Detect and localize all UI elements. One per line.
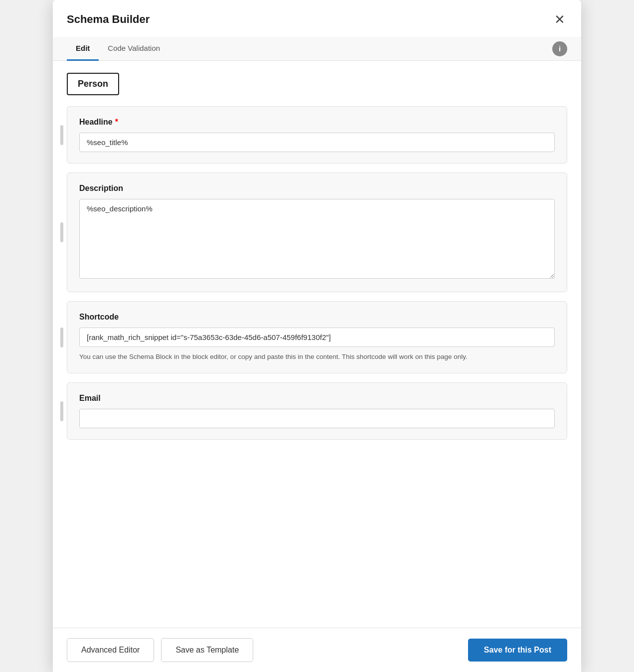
modal-header: Schema Builder ✕ (53, 0, 581, 37)
save-as-template-button[interactable]: Save as Template (161, 638, 253, 662)
shortcode-hint: You can use the Schema Block in the bloc… (79, 352, 555, 362)
shortcode-label: Shortcode (79, 313, 555, 322)
footer-left-actions: Advanced Editor Save as Template (67, 638, 253, 662)
email-label: Email (79, 394, 555, 403)
email-input[interactable] (79, 409, 555, 428)
tab-code-validation[interactable]: Code Validation (99, 37, 169, 61)
info-button[interactable]: i (552, 41, 567, 56)
save-for-post-button[interactable]: Save for this Post (468, 639, 567, 662)
tab-edit[interactable]: Edit (67, 37, 99, 61)
close-button[interactable]: ✕ (552, 11, 567, 28)
field-section-shortcode: Shortcode You can use the Schema Block i… (67, 301, 567, 373)
close-icon: ✕ (554, 13, 565, 26)
field-section-email: Email (67, 382, 567, 440)
description-label: Description (79, 184, 555, 193)
headline-label: Headline * (79, 118, 555, 127)
modal-footer: Advanced Editor Save as Template Save fo… (53, 628, 581, 672)
info-icon: i (559, 44, 561, 53)
advanced-editor-button[interactable]: Advanced Editor (67, 638, 154, 662)
field-section-headline: Headline * (67, 106, 567, 164)
modal-title: Schema Builder (67, 13, 150, 26)
tabs-list: Edit Code Validation (67, 37, 169, 60)
headline-input[interactable] (79, 133, 555, 152)
description-textarea[interactable]: %seo_description% (79, 199, 555, 279)
tabs-bar: Edit Code Validation i (53, 37, 581, 61)
schema-type-badge: Person (67, 73, 119, 95)
modal-content: Person Headline * Description %seo_descr… (53, 61, 581, 628)
field-section-description: Description %seo_description% (67, 172, 567, 292)
required-indicator: * (115, 118, 118, 127)
schema-builder-modal: Schema Builder ✕ Edit Code Validation i … (53, 0, 581, 672)
shortcode-input[interactable] (79, 328, 555, 347)
